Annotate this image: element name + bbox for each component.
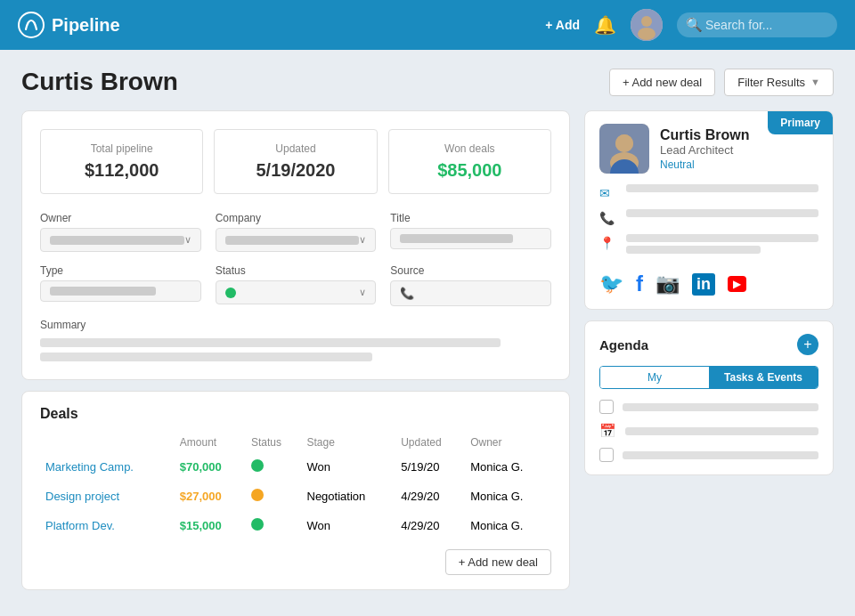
agenda-card: Agenda + My Tasks & Events 📅 bbox=[584, 320, 834, 475]
phone-icon: 📞 bbox=[400, 287, 414, 300]
top-navigation: Pipeline + Add 🔔 🔍 bbox=[0, 0, 855, 50]
deal-name-0[interactable]: Marketing Camp. bbox=[45, 460, 134, 474]
status-select[interactable]: ∨ bbox=[216, 280, 377, 304]
deals-table: Amount Status Stage Updated Owner Market… bbox=[40, 433, 551, 540]
type-field-group: Type bbox=[40, 264, 201, 306]
user-avatar[interactable] bbox=[631, 9, 663, 41]
col-deal-name bbox=[40, 433, 175, 452]
agenda-checkbox-3[interactable] bbox=[599, 448, 614, 462]
contact-status: Neutral bbox=[660, 158, 749, 171]
twitter-icon[interactable]: 🐦 bbox=[599, 272, 623, 296]
filter-results-button[interactable]: Filter Results ▼ bbox=[724, 69, 834, 96]
won-deals-stat: Won deals $85,000 bbox=[388, 129, 551, 194]
owner-label: Owner bbox=[40, 212, 201, 224]
instagram-icon[interactable]: 📷 bbox=[656, 272, 680, 296]
deal-stage-2: Won bbox=[302, 511, 396, 540]
col-status-header: Status bbox=[246, 433, 302, 452]
contact-card: Primary Curtis Brown bbox=[584, 110, 834, 310]
col-stage-header: Stage bbox=[302, 433, 396, 452]
form-row-1: Owner ∨ Company ∨ Titl bbox=[40, 212, 551, 252]
svg-point-2 bbox=[638, 28, 656, 40]
calendar-icon: 📅 bbox=[599, 423, 616, 439]
col-owner-header: Owner bbox=[465, 433, 551, 452]
title-input[interactable] bbox=[390, 228, 551, 249]
table-row: Design project $27,000 Negotiation 4/29/… bbox=[40, 482, 551, 511]
app-logo: Pipeline bbox=[18, 12, 531, 38]
updated-value: 5/19/2020 bbox=[224, 160, 367, 181]
summary-lines bbox=[40, 338, 551, 361]
logo-text: Pipeline bbox=[52, 15, 120, 36]
email-detail-row: ✉ bbox=[599, 184, 818, 200]
linkedin-icon[interactable]: in bbox=[692, 273, 715, 296]
company-label: Company bbox=[216, 212, 377, 224]
deal-updated-1: 4/29/20 bbox=[395, 482, 465, 511]
add-new-deal-header-button[interactable]: + Add new deal bbox=[609, 69, 715, 96]
title-field-group: Title bbox=[390, 212, 551, 252]
deal-name-2[interactable]: Platform Dev. bbox=[45, 519, 115, 532]
source-label: Source bbox=[390, 264, 551, 277]
agenda-line-3 bbox=[623, 451, 818, 459]
agenda-header: Agenda + bbox=[599, 334, 818, 355]
deal-stage-1: Negotiation bbox=[302, 482, 396, 511]
location-line-1 bbox=[626, 234, 818, 242]
contact-info: Curtis Brown Lead Architect Neutral bbox=[585, 111, 768, 174]
type-label: Type bbox=[40, 264, 201, 277]
status-chevron-icon: ∨ bbox=[359, 287, 366, 298]
deal-owner-1: Monica G. bbox=[465, 482, 551, 511]
agenda-item-1 bbox=[599, 400, 818, 414]
deal-status-dot-0 bbox=[251, 459, 264, 472]
search-bar[interactable]: 🔍 bbox=[677, 12, 837, 37]
deal-owner-2: Monica G. bbox=[465, 511, 551, 540]
status-label: Status bbox=[216, 264, 377, 277]
owner-select[interactable]: ∨ bbox=[40, 228, 201, 252]
svg-point-6 bbox=[615, 134, 633, 152]
main-content: Total pipeline $112,000 Updated 5/19/202… bbox=[21, 110, 834, 590]
status-dot-icon bbox=[225, 288, 236, 298]
stats-card: Total pipeline $112,000 Updated 5/19/202… bbox=[21, 110, 570, 380]
total-pipeline-value: $112,000 bbox=[50, 160, 193, 181]
right-panel: Primary Curtis Brown bbox=[584, 110, 834, 590]
youtube-icon[interactable]: ▶ bbox=[728, 276, 746, 292]
company-field-group: Company ∨ bbox=[216, 212, 377, 252]
chevron-down-icon: ▼ bbox=[810, 77, 820, 87]
source-field-group: Source 📞 bbox=[390, 264, 551, 306]
add-deal-row: + Add new deal bbox=[40, 540, 551, 575]
contact-job-title: Lead Architect bbox=[660, 143, 749, 157]
facebook-icon[interactable]: f bbox=[636, 272, 643, 296]
deal-amount-2: $15,000 bbox=[180, 519, 222, 532]
stats-row: Total pipeline $112,000 Updated 5/19/202… bbox=[40, 129, 551, 194]
deal-owner-0: Monica G. bbox=[465, 452, 551, 482]
left-panel: Total pipeline $112,000 Updated 5/19/202… bbox=[21, 110, 570, 590]
deal-status-dot-1 bbox=[251, 489, 264, 501]
deals-card: Deals Amount Status Stage Updated Owner bbox=[21, 391, 570, 590]
agenda-checkbox-1[interactable] bbox=[599, 400, 614, 414]
deal-updated-2: 4/29/20 bbox=[395, 511, 465, 540]
type-input[interactable] bbox=[40, 280, 201, 302]
logo-icon bbox=[18, 12, 45, 38]
contact-name: Curtis Brown bbox=[660, 127, 749, 143]
add-new-deal-button[interactable]: + Add new deal bbox=[445, 549, 551, 575]
agenda-item-2: 📅 bbox=[599, 423, 818, 439]
contact-text-info: Curtis Brown Lead Architect Neutral bbox=[660, 127, 749, 171]
deal-amount-1: $27,000 bbox=[180, 490, 222, 503]
agenda-line-2 bbox=[625, 427, 818, 435]
agenda-add-button[interactable]: + bbox=[797, 334, 818, 355]
tab-my[interactable]: My bbox=[600, 367, 709, 388]
tab-tasks-events[interactable]: Tasks & Events bbox=[709, 367, 818, 388]
search-input[interactable] bbox=[677, 12, 837, 37]
company-select[interactable]: ∨ bbox=[216, 228, 377, 252]
deal-name-1[interactable]: Design project bbox=[45, 490, 119, 503]
email-line bbox=[626, 184, 818, 192]
total-pipeline-label: Total pipeline bbox=[50, 142, 193, 155]
total-pipeline-stat: Total pipeline $112,000 bbox=[40, 129, 203, 194]
phone-detail-row: 📞 bbox=[599, 209, 818, 225]
summary-label: Summary bbox=[40, 319, 551, 331]
phone-lines bbox=[626, 209, 818, 217]
source-input[interactable]: 📞 bbox=[390, 280, 551, 306]
location-icon: 📍 bbox=[599, 236, 617, 250]
contact-details: ✉ 📞 📍 bbox=[585, 174, 833, 264]
title-label: Title bbox=[390, 212, 551, 224]
notification-bell-icon[interactable]: 🔔 bbox=[594, 14, 616, 36]
col-amount-header: Amount bbox=[175, 433, 246, 452]
add-button[interactable]: + Add bbox=[545, 18, 580, 32]
